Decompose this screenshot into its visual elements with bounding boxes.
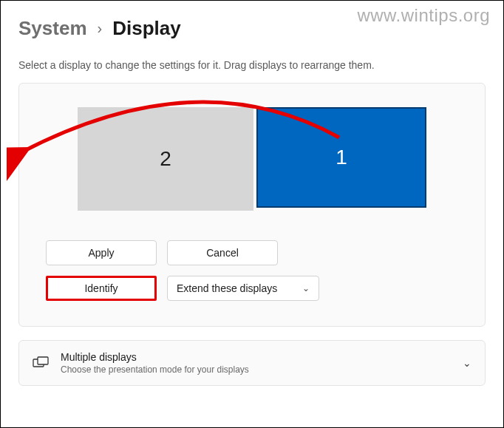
breadcrumb: System › Display [18, 17, 486, 40]
multiple-displays-subtitle: Choose the presentation mode for your di… [61, 364, 451, 375]
chevron-down-icon: ⌄ [302, 283, 310, 293]
displays-area: 2 1 [46, 107, 458, 211]
breadcrumb-parent[interactable]: System [18, 17, 87, 40]
apply-cancel-row: Apply Cancel [46, 240, 458, 265]
cancel-button[interactable]: Cancel [167, 240, 278, 265]
chevron-down-icon: ⌄ [463, 357, 471, 369]
chevron-right-icon: › [98, 20, 103, 37]
display-1-label: 1 [336, 146, 347, 169]
display-tile-1[interactable]: 1 [256, 107, 426, 208]
display-arrangement-card: 2 1 Apply Cancel Identify Extend these d… [18, 83, 486, 327]
projection-mode-dropdown[interactable]: Extend these displays ⌄ [167, 276, 319, 301]
svg-rect-1 [38, 357, 48, 364]
breadcrumb-current: Display [112, 17, 181, 40]
identify-button[interactable]: Identify [46, 276, 157, 301]
multiple-displays-text: Multiple displays Choose the presentatio… [61, 351, 451, 375]
identify-row: Identify Extend these displays ⌄ [46, 276, 458, 301]
dropdown-selected-label: Extend these displays [177, 282, 277, 294]
help-text: Select a display to change the settings … [18, 59, 486, 71]
multiple-displays-icon [33, 356, 49, 370]
apply-button[interactable]: Apply [46, 240, 157, 265]
display-tile-2[interactable]: 2 [78, 107, 253, 211]
multiple-displays-title: Multiple displays [61, 351, 451, 363]
multiple-displays-row[interactable]: Multiple displays Choose the presentatio… [18, 340, 486, 386]
display-2-label: 2 [160, 147, 171, 171]
